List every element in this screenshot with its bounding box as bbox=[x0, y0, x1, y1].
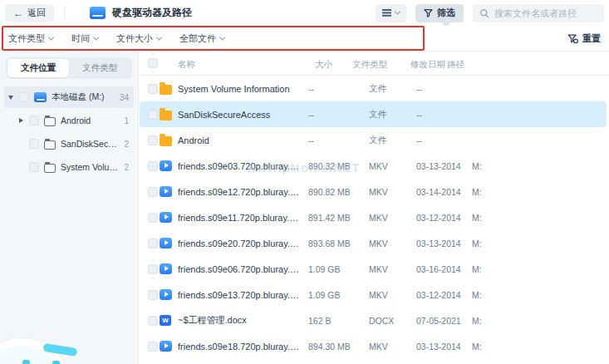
column-path[interactable]: 路径 bbox=[447, 59, 464, 71]
row-checkbox[interactable] bbox=[148, 213, 158, 223]
table-row[interactable]: friends.s09e11.720p.bluray.x2... 891.42 … bbox=[140, 204, 607, 230]
filter-dropdowns: 文件类型 时间 文件大小 全部文件 bbox=[8, 32, 224, 45]
file-size: -- bbox=[308, 135, 369, 145]
row-checkbox[interactable] bbox=[148, 110, 158, 120]
file-size: 1.09 GB bbox=[308, 290, 369, 300]
filter-dropdown[interactable]: 全部文件 bbox=[179, 32, 224, 45]
file-size: -- bbox=[308, 84, 369, 94]
table-row[interactable]: friends.s09e18.720p.bluray.x2... 894.30 … bbox=[140, 333, 607, 359]
file-type-icon bbox=[160, 212, 172, 223]
file-name: friends.s09e06.720p.bluray.x2... bbox=[178, 264, 308, 274]
tree-item-count: 2 bbox=[124, 163, 129, 172]
file-name: friends.s09e20.720p.bluray.x2... bbox=[178, 239, 308, 248]
table-row[interactable]: friends.s09e12.720p.bluray.x2... 890.82 … bbox=[140, 179, 607, 204]
table-row[interactable]: SanDiskSecureAccess -- 文件 -- bbox=[140, 101, 607, 127]
file-date: 03-12-2014 bbox=[416, 290, 472, 300]
filter-dropdown[interactable]: 时间 bbox=[71, 32, 98, 45]
filter-label: 筛选 bbox=[437, 7, 455, 19]
file-name: ~$工程管理.docx bbox=[178, 314, 308, 327]
row-checkbox[interactable] bbox=[148, 161, 158, 171]
tree-item[interactable]: System Volume Infor... 2 bbox=[4, 156, 134, 178]
file-path: M: bbox=[472, 187, 607, 197]
tree-caret[interactable] bbox=[7, 96, 14, 100]
sidebar-tabs: 文件位置 文件类型 bbox=[6, 57, 132, 79]
file-type: MKV bbox=[369, 239, 416, 248]
search-input[interactable] bbox=[494, 8, 597, 18]
file-size: 894.30 MB bbox=[308, 342, 369, 352]
back-button[interactable]: ← 返回 bbox=[5, 4, 54, 22]
column-size[interactable]: 大小 bbox=[315, 59, 332, 71]
column-date[interactable]: 修改日期 bbox=[410, 59, 445, 71]
filter-reset-icon bbox=[567, 33, 578, 44]
row-checkbox[interactable] bbox=[148, 187, 158, 197]
filter-dropdown[interactable]: 文件类型 bbox=[8, 32, 53, 45]
tree-item[interactable]: 本地磁盘 (M:) 34 bbox=[4, 86, 134, 108]
tree-caret[interactable] bbox=[17, 118, 24, 123]
row-checkbox[interactable] bbox=[148, 290, 158, 300]
table-row[interactable]: System Volume Information -- 文件 -- bbox=[140, 76, 607, 101]
select-all-checkbox[interactable] bbox=[148, 58, 158, 68]
file-date: -- bbox=[416, 135, 472, 145]
filter-dropdown-label: 全部文件 bbox=[179, 32, 216, 45]
mascot-eye-right bbox=[52, 361, 60, 364]
tree-checkbox[interactable] bbox=[29, 162, 39, 172]
file-date: 07-05-2021 bbox=[416, 316, 472, 326]
row-checkbox[interactable] bbox=[148, 84, 158, 94]
table-body: System Volume Information -- 文件 -- SanDi… bbox=[140, 76, 609, 364]
file-size: -- bbox=[308, 110, 369, 120]
tree-item[interactable]: SanDiskSecureAccess 2 bbox=[4, 133, 134, 155]
file-size: 890.32 MB bbox=[308, 161, 369, 171]
row-checkbox[interactable] bbox=[148, 135, 158, 145]
tree-checkbox[interactable] bbox=[29, 139, 39, 149]
file-size: 890.82 MB bbox=[308, 187, 369, 197]
tree-checkbox[interactable] bbox=[29, 116, 39, 125]
tree-item-label: SanDiskSecureAccess bbox=[61, 139, 119, 149]
file-type: MKV bbox=[369, 161, 416, 171]
table-row[interactable]: ~$工程管理.docx 162 B DOCX 07-05-2021 M: bbox=[140, 307, 607, 333]
file-type-icon bbox=[160, 238, 172, 248]
file-name: friends.s09e18.720p.bluray.x2... bbox=[178, 342, 308, 352]
sidebar-tab-label: 文件位置 bbox=[21, 62, 56, 74]
reset-button[interactable]: 重置 bbox=[567, 32, 601, 45]
table-row[interactable]: friends.s09e03.720p.bluray.x2... 890.32 … bbox=[140, 153, 607, 179]
tree-item-count: 1 bbox=[124, 116, 129, 125]
sidebar-tab[interactable]: 文件类型 bbox=[69, 59, 130, 77]
table-row[interactable]: Android -- 文件 -- bbox=[140, 127, 607, 153]
table-row[interactable]: friends.s09e13.720p.bluray.x2... 1.09 GB… bbox=[140, 282, 607, 307]
sidebar-tab[interactable]: 文件位置 bbox=[7, 59, 69, 77]
row-checkbox[interactable] bbox=[148, 316, 158, 326]
view-mode-button[interactable] bbox=[376, 4, 406, 22]
row-checkbox[interactable] bbox=[148, 264, 158, 274]
file-path: M: bbox=[472, 161, 607, 171]
file-type: MKV bbox=[369, 213, 416, 223]
filter-dropdown-label: 文件大小 bbox=[116, 32, 153, 45]
file-type-icon bbox=[160, 315, 171, 326]
filter-button[interactable]: 筛选 bbox=[415, 4, 464, 22]
tree-checkbox[interactable] bbox=[19, 92, 29, 102]
file-path: M: bbox=[472, 290, 607, 300]
file-type: 文件 bbox=[369, 83, 416, 95]
column-type[interactable]: 文件类型 bbox=[352, 59, 387, 71]
filter-dropdown[interactable]: 文件大小 bbox=[116, 32, 161, 45]
top-right-controls: 筛选 bbox=[376, 4, 604, 22]
file-path: M: bbox=[472, 316, 607, 326]
file-size: 1.09 GB bbox=[308, 264, 369, 274]
table-row[interactable]: friends.s09e06.720p.bluray.x2... 1.09 GB… bbox=[140, 256, 607, 282]
table-row[interactable]: friends.s09e20.720p.bluray.x2... 893.68 … bbox=[140, 230, 607, 256]
file-name: System Volume Information bbox=[178, 84, 308, 94]
file-type-icon bbox=[160, 136, 172, 146]
row-checkbox[interactable] bbox=[148, 342, 158, 352]
column-name[interactable]: 名称 bbox=[178, 59, 195, 71]
file-type-icon bbox=[160, 160, 172, 171]
mascot-eye-left bbox=[22, 360, 30, 364]
tree-item[interactable]: Android 1 bbox=[4, 110, 134, 131]
file-path: M: bbox=[472, 264, 607, 274]
search-box[interactable] bbox=[473, 4, 604, 22]
tree-item-icon bbox=[34, 92, 47, 102]
tree-item-icon bbox=[44, 164, 56, 173]
page-title: 硬盘驱动器及路径 bbox=[112, 6, 192, 20]
file-date: 03-13-2014 bbox=[416, 239, 472, 248]
row-checkbox[interactable] bbox=[148, 239, 158, 248]
sidebar: 文件位置 文件类型 本地磁盘 (M:) 34 Android 1 SanDisk… bbox=[0, 52, 139, 364]
file-date: 03-16-2014 bbox=[416, 264, 472, 274]
